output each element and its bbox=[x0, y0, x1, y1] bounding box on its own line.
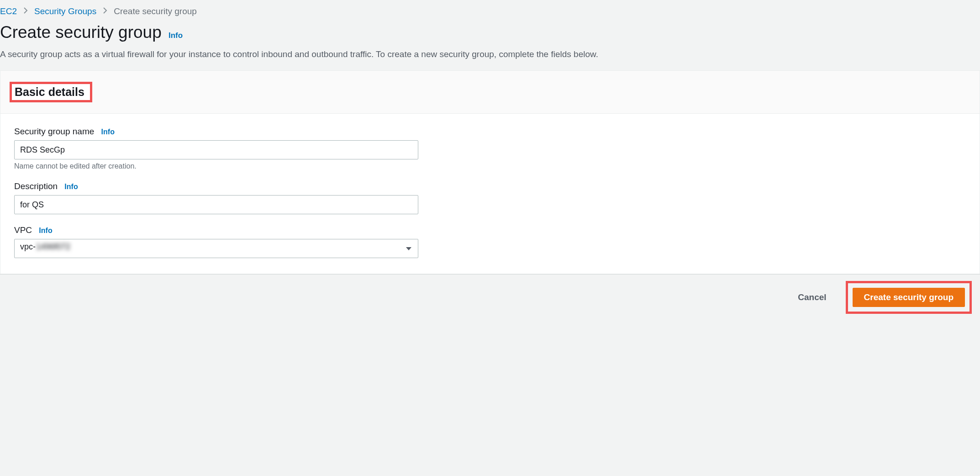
description-input[interactable] bbox=[14, 195, 418, 214]
field-security-group-name: Security group name Info Name cannot be … bbox=[14, 127, 966, 170]
vpc-select-wrap: vpc-1496f072 bbox=[14, 239, 418, 258]
page-description: A security group acts as a virtual firew… bbox=[0, 47, 980, 70]
basic-details-panel: Basic details Security group name Info N… bbox=[0, 70, 980, 274]
info-link-name[interactable]: Info bbox=[101, 128, 115, 136]
label-text: Description bbox=[14, 181, 58, 191]
info-link-description[interactable]: Info bbox=[64, 183, 78, 190]
panel-title: Basic details bbox=[15, 85, 84, 99]
label-security-group-name: Security group name Info bbox=[14, 127, 966, 137]
create-security-group-button[interactable]: Create security group bbox=[853, 288, 965, 307]
breadcrumb-link-security-groups[interactable]: Security Groups bbox=[34, 6, 96, 16]
panel-header: Basic details bbox=[0, 71, 980, 114]
cancel-button[interactable]: Cancel bbox=[787, 288, 837, 307]
label-vpc: VPC Info bbox=[14, 225, 966, 235]
info-link-header[interactable]: Info bbox=[169, 31, 183, 40]
field-description: Description Info bbox=[14, 181, 966, 214]
security-group-name-input[interactable] bbox=[14, 140, 418, 159]
highlight-basic-details: Basic details bbox=[10, 82, 92, 102]
vpc-value-blurred: 1496f072 bbox=[36, 242, 70, 252]
label-text: Security group name bbox=[14, 127, 94, 136]
breadcrumb-link-ec2[interactable]: EC2 bbox=[0, 6, 17, 16]
label-description: Description Info bbox=[14, 181, 966, 191]
field-vpc: VPC Info vpc-1496f072 bbox=[14, 225, 966, 258]
footer-bar: Cancel Create security group bbox=[0, 274, 980, 320]
panel-body: Security group name Info Name cannot be … bbox=[0, 114, 980, 274]
chevron-right-icon bbox=[103, 7, 107, 16]
breadcrumb: EC2 Security Groups Create security grou… bbox=[0, 0, 980, 23]
highlight-create-button: Create security group bbox=[846, 281, 972, 314]
help-text-name: Name cannot be edited after creation. bbox=[14, 162, 966, 170]
page-header: Create security group Info bbox=[0, 23, 980, 47]
label-text: VPC bbox=[14, 225, 32, 235]
info-link-vpc[interactable]: Info bbox=[39, 227, 52, 234]
page-title: Create security group bbox=[0, 23, 162, 42]
vpc-select[interactable]: vpc-1496f072 bbox=[14, 239, 418, 258]
vpc-value-prefix: vpc- bbox=[20, 242, 36, 251]
chevron-right-icon bbox=[23, 7, 28, 16]
breadcrumb-current: Create security group bbox=[114, 6, 197, 16]
